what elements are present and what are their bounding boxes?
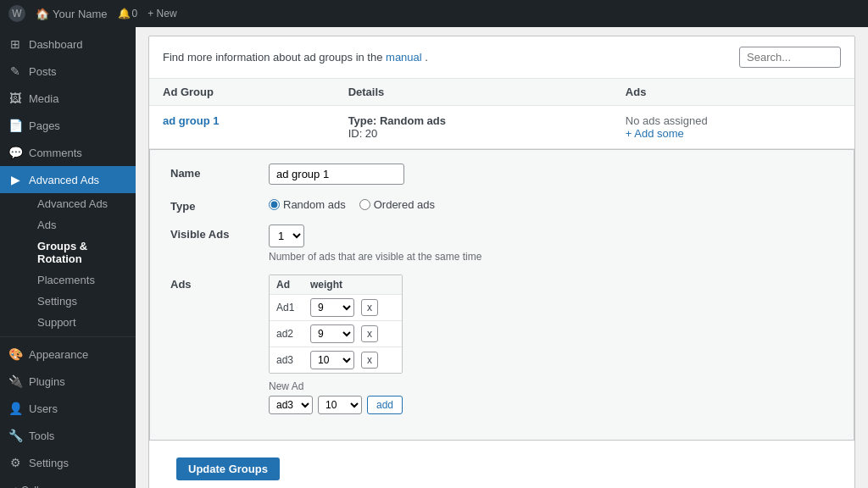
- ads-inner-table: Ad weight Ad1 9: [269, 274, 403, 374]
- tools-icon: 🔧: [8, 429, 22, 442]
- sidebar-sub-support[interactable]: Support: [29, 312, 136, 333]
- ad-group-name-cell: ad group 1: [149, 106, 335, 149]
- type-row: Type Random ads Ordered ads: [170, 197, 833, 213]
- type-ordered-label[interactable]: Ordered ads: [359, 198, 435, 211]
- type-random-radio[interactable]: [269, 199, 280, 210]
- search-input[interactable]: [739, 47, 841, 68]
- collapse-menu-button[interactable]: ◀ Collapse menu: [0, 476, 136, 488]
- info-bar: Find more information about ad groups in…: [149, 36, 854, 79]
- new-ad-add-button[interactable]: add: [367, 396, 403, 414]
- sidebar-item-posts[interactable]: ✎ Posts: [0, 58, 136, 85]
- dashboard-icon: ⊞: [8, 37, 22, 51]
- table-row: ad group 1 Type: Random ads ID: 20 No ad…: [149, 106, 854, 149]
- sidebar-sub-advanced-ads[interactable]: Advanced Ads: [29, 193, 136, 214]
- type-label: Type: Random ads: [348, 114, 598, 127]
- sidebar-sub-ads[interactable]: Ads: [29, 214, 136, 236]
- main-content: Find more information about ad groups in…: [136, 27, 868, 488]
- visible-ads-row: Visible Ads 1 2 3 Number of ads that are…: [170, 225, 833, 263]
- col-header-ads: Ads: [612, 79, 854, 106]
- sidebar-item-settings-main[interactable]: ⚙ Settings: [0, 449, 136, 476]
- ad1-name: Ad1: [276, 302, 303, 313]
- ads-row: Ads Ad weight: [170, 274, 833, 414]
- new-ad-name-select[interactable]: ad3 Ad1 ad2: [269, 396, 313, 414]
- collapse-icon: ◀: [8, 485, 16, 488]
- inline-edit-form: Name Type: [149, 149, 854, 441]
- sidebar-item-tools[interactable]: 🔧 Tools: [0, 422, 136, 449]
- name-label: Name: [170, 164, 255, 180]
- home-icon: 🏠: [36, 8, 49, 20]
- ad3-name: ad3: [276, 354, 303, 366]
- visible-ads-select[interactable]: 1 2 3: [269, 225, 304, 247]
- col-header-details: Details: [335, 79, 612, 106]
- no-ads-label: No ads assigned: [626, 114, 841, 127]
- visible-ads-label: Visible Ads: [170, 225, 255, 241]
- sidebar-submenu: Advanced Ads Ads Groups & Rotation Place…: [0, 193, 136, 333]
- ads-section: Ad weight Ad1 9: [269, 274, 403, 414]
- update-groups-button[interactable]: Update Groups: [176, 458, 280, 480]
- ad1-weight-select[interactable]: 9 10: [310, 298, 354, 317]
- posts-icon: ✎: [8, 64, 22, 78]
- sidebar-sub-groups-rotation[interactable]: Groups & Rotation: [29, 236, 136, 269]
- table-header-row: Ad Group Details Ads: [149, 79, 854, 106]
- sidebar-sub-placements[interactable]: Placements: [29, 269, 136, 291]
- sidebar-item-appearance[interactable]: 🎨 Appearance: [0, 341, 136, 368]
- sidebar-sub-settings[interactable]: Settings: [29, 291, 136, 312]
- ads-label: Ads: [170, 274, 255, 291]
- new-ad-section: New Ad ad3 Ad1 ad2: [269, 380, 403, 414]
- users-icon: 👤: [8, 402, 22, 415]
- ad1-remove-button[interactable]: x: [361, 299, 378, 316]
- visible-ads-container: 1 2 3 Number of ads that are visible at …: [269, 225, 481, 263]
- notifications-button[interactable]: 🔔 0: [118, 8, 138, 19]
- site-name-link[interactable]: 🏠 Your Name: [36, 8, 108, 20]
- sidebar-item-pages[interactable]: 📄 Pages: [0, 112, 136, 139]
- advanced-ads-icon: ▶: [8, 173, 22, 186]
- ad3-weight-select[interactable]: 10 9: [310, 351, 354, 369]
- settings-icon: ⚙: [8, 456, 22, 469]
- pages-icon: 📄: [8, 119, 22, 132]
- id-label: ID: 20: [348, 127, 598, 140]
- name-row: Name: [170, 164, 833, 185]
- plugins-icon: 🔌: [8, 374, 22, 388]
- ad-group-details-cell: Type: Random ads ID: 20: [335, 106, 612, 149]
- type-random-label[interactable]: Random ads: [269, 198, 346, 211]
- bell-icon: 🔔: [118, 8, 131, 19]
- appearance-icon: 🎨: [8, 347, 22, 361]
- search-area: [739, 47, 841, 68]
- top-bar: W 🏠 Your Name 🔔 0 + New: [0, 0, 868, 27]
- sidebar-item-comments[interactable]: 💬 Comments: [0, 139, 136, 166]
- sidebar-item-advanced-ads[interactable]: ▶ Advanced Ads: [0, 166, 136, 193]
- update-groups-container: Update Groups: [149, 441, 854, 488]
- sidebar-item-users[interactable]: 👤 Users: [0, 395, 136, 422]
- col-header-ad-group: Ad Group: [149, 79, 335, 106]
- wp-logo-icon[interactable]: W: [8, 5, 25, 22]
- sidebar-item-plugins[interactable]: 🔌 Plugins: [0, 368, 136, 395]
- ad-group-ads-cell: No ads assigned + Add some: [612, 106, 854, 149]
- layout: ⊞ Dashboard ✎ Posts 🖼 Media 📄 Pages 💬 Co…: [0, 27, 868, 488]
- sidebar: ⊞ Dashboard ✎ Posts 🖼 Media 📄 Pages 💬 Co…: [0, 27, 136, 488]
- ad-row-3: ad3 10 9 x: [270, 347, 402, 373]
- new-button[interactable]: + New: [147, 8, 176, 19]
- ad-row-2: ad2 9 10 x: [270, 321, 402, 347]
- ad-group-link[interactable]: ad group 1: [163, 114, 219, 127]
- new-ad-label: New Ad: [269, 380, 403, 392]
- ad3-remove-button[interactable]: x: [361, 352, 378, 369]
- name-input[interactable]: [269, 164, 404, 185]
- manual-link[interactable]: manual: [386, 51, 422, 64]
- add-some-link[interactable]: + Add some: [626, 127, 684, 140]
- type-label: Type: [170, 197, 255, 213]
- sidebar-item-media[interactable]: 🖼 Media: [0, 85, 136, 112]
- sidebar-item-dashboard[interactable]: ⊞ Dashboard: [0, 30, 136, 58]
- new-ad-row: ad3 Ad1 ad2 10 9: [269, 396, 403, 414]
- new-ad-weight-select[interactable]: 10 9: [318, 396, 362, 414]
- info-text: Find more information about ad groups in…: [163, 51, 428, 64]
- content-area: Find more information about ad groups in…: [148, 36, 855, 488]
- comments-icon: 💬: [8, 146, 22, 159]
- ad-row-1: Ad1 9 10 x: [270, 295, 402, 321]
- media-icon: 🖼: [8, 92, 22, 105]
- type-ordered-radio[interactable]: [359, 199, 370, 210]
- visible-ads-hint: Number of ads that are visible at the sa…: [269, 251, 481, 263]
- ad2-weight-select[interactable]: 9 10: [310, 324, 354, 343]
- ad2-remove-button[interactable]: x: [361, 325, 378, 342]
- name-field-container: [269, 164, 404, 185]
- ad-groups-table: Ad Group Details Ads ad group 1 Type: Ra…: [149, 79, 854, 488]
